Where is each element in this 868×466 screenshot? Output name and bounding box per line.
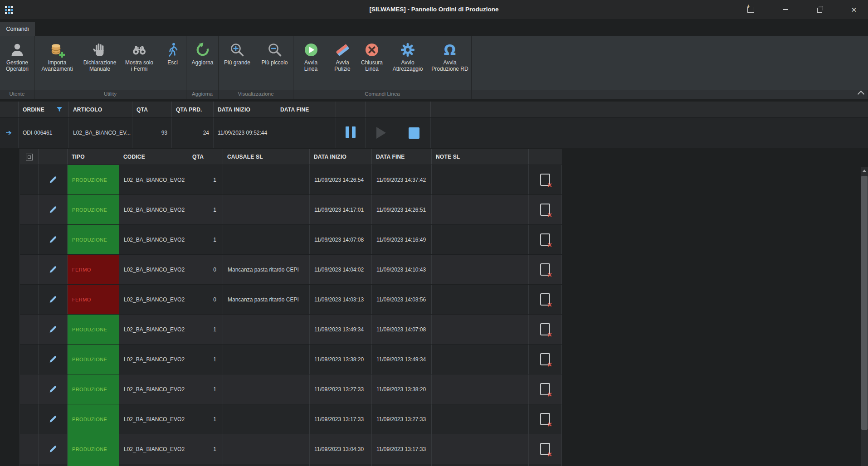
table-row[interactable]: PRODUZIONE L02_BA_BIANCO_EVO2 1 11/09/20…	[20, 434, 562, 464]
column-header-data-fine-sl[interactable]: DATA FINE	[372, 149, 432, 165]
gestione-operatori-button[interactable]: GestioneOperatori	[0, 36, 34, 90]
importa-avanzamenti-button[interactable]: ImportaAvanzamenti	[34, 36, 80, 90]
note-sl-cell	[432, 165, 529, 194]
delete-icon: ×	[540, 353, 550, 365]
table-row[interactable]: PRODUZIONE L02_BA_BIANCO_EVO2 1 11/09/20…	[20, 344, 562, 374]
scrollbar-thumb[interactable]	[861, 176, 868, 430]
play-line-button[interactable]	[366, 118, 397, 148]
codice-cell: L02_BA_BIANCO_EVO2	[119, 255, 188, 284]
tipo-label: PRODUZIONE	[72, 237, 107, 243]
table-row[interactable]: PRODUZIONE L02_BA_BIANCO_EVO2 1 11/09/20…	[20, 224, 562, 254]
column-header-tipo[interactable]: TIPO	[68, 149, 119, 165]
note-sl-cell	[432, 225, 529, 254]
edit-row-button[interactable]	[39, 315, 68, 344]
avvia-pulizie-button[interactable]: AvviaPulizie	[328, 36, 356, 90]
edit-row-button[interactable]	[39, 195, 68, 224]
table-row[interactable]: FERMO L02_BA_BIANCO_EVO2 0 Mancanza past…	[20, 284, 562, 314]
pencil-icon	[48, 295, 58, 304]
edit-row-button[interactable]	[39, 345, 68, 374]
esci-button[interactable]: Esci	[159, 36, 186, 90]
vertical-scrollbar[interactable]	[861, 167, 868, 466]
edit-row-button[interactable]	[39, 434, 68, 464]
column-header-data-inizio-sl[interactable]: DATA INIZIO	[310, 149, 372, 165]
scroll-up-icon[interactable]	[861, 167, 868, 174]
qta-cell: 1	[188, 195, 223, 224]
data-fine-cell: 11/09/2023 14:26:51	[372, 195, 432, 224]
restore-icon[interactable]	[814, 0, 827, 19]
edit-row-button[interactable]	[39, 285, 68, 314]
edit-row-button[interactable]	[39, 464, 68, 466]
pencil-icon	[48, 325, 58, 334]
collapse-all-icon[interactable]	[26, 154, 33, 160]
add-window-icon[interactable]	[744, 0, 757, 19]
delete-row-button[interactable]: ×	[529, 345, 562, 374]
column-header-qta-sl[interactable]: QTA	[188, 149, 223, 165]
table-row[interactable]: PRODUZIONE L02_BA_BIANCO_EVO2 1 11/09/20…	[20, 314, 562, 344]
table-row[interactable]: PRODUZIONE L02_BA_BIANCO_EVO2 1 11/09/20…	[20, 165, 562, 194]
edit-row-button[interactable]	[39, 404, 68, 434]
delete-row-button[interactable]: ×	[529, 285, 562, 314]
column-header-data-fine[interactable]: DATA FINE	[276, 102, 336, 117]
avvia-produzione-rd-button[interactable]: ΩAvviaProduzione RD	[428, 36, 472, 90]
pause-line-button[interactable]	[336, 118, 366, 148]
causale-sl-cell: Mancanza pasta ritardo CEPI	[223, 285, 310, 314]
column-header-qta-prd[interactable]: QTA PRD.	[172, 102, 214, 117]
delete-row-button[interactable]: ×	[529, 225, 562, 254]
avvio-attrezzaggio-button[interactable]: AvvioAttrezzaggio	[387, 36, 428, 90]
column-header-qta[interactable]: QTA	[132, 102, 172, 117]
ribbon-filler	[472, 36, 868, 99]
delete-row-button[interactable]: ×	[529, 165, 562, 194]
avvia-linea-button[interactable]: AvviaLinea	[293, 36, 328, 90]
dichiarazione-manuale-button[interactable]: DichiarazioneManuale	[80, 36, 120, 90]
column-header-articolo[interactable]: ARTICOLO	[69, 102, 132, 117]
delete-row-button[interactable]: ×	[529, 315, 562, 344]
column-header-note-sl[interactable]: NOTE SL	[432, 149, 529, 165]
table-row[interactable]: FERMO L02_BA_BIANCO_EVO2 0 Mancanza past…	[20, 254, 562, 284]
table-row[interactable]: PRODUZIONE L02_BA_BIANCO_EVO2 1 11/09/20…	[20, 374, 562, 404]
tab-comandi[interactable]: Comandi	[0, 22, 35, 36]
row-indicator-cell	[0, 118, 19, 148]
aggiorna-button[interactable]: Aggiorna	[186, 36, 219, 90]
delete-row-button[interactable]: ×	[529, 195, 562, 224]
data-fine-cell	[372, 464, 432, 466]
delete-row-button[interactable]: ×	[529, 404, 562, 434]
data-inizio-cell: 11/09/2023 14:04:02	[310, 255, 372, 284]
data-inizio-cell: 11/09/2023 14:26:54	[310, 165, 372, 194]
app-window: [SILWAMES] - Pannello Ordini di Produzio…	[0, 0, 868, 466]
causale-sl-cell	[223, 165, 310, 194]
delete-row-button[interactable]: ×	[529, 464, 562, 466]
delete-icon: ×	[540, 263, 550, 276]
edit-row-button[interactable]	[39, 374, 68, 404]
column-header-ordine[interactable]: ORDINE	[19, 102, 69, 117]
table-row[interactable]: PRODUZIONE ×	[20, 464, 562, 466]
filter-funnel-icon[interactable]	[57, 107, 62, 113]
data-inizio-cell: 11/09/2023 13:27:33	[310, 374, 372, 404]
close-icon[interactable]: ✕	[847, 0, 861, 19]
piu-grande-button[interactable]: Più grande	[219, 36, 256, 90]
edit-row-button[interactable]	[39, 165, 68, 194]
table-row[interactable]: PRODUZIONE L02_BA_BIANCO_EVO2 1 11/09/20…	[20, 194, 562, 224]
delete-row-button[interactable]: ×	[529, 255, 562, 284]
stop-line-button[interactable]	[397, 118, 431, 148]
column-header-label: ORDINE	[23, 107, 44, 113]
data-fine-cell: 11/09/2023 13:17:33	[372, 434, 432, 464]
tipo-cell: PRODUZIONE	[68, 374, 119, 404]
column-header-causale-sl[interactable]: CAUSALE SL	[223, 149, 310, 165]
collapse-all-header[interactable]	[20, 149, 39, 165]
delete-row-button[interactable]: ×	[529, 374, 562, 404]
piu-piccolo-button[interactable]: Più piccolo	[256, 36, 293, 90]
edit-row-button[interactable]	[39, 225, 68, 254]
ribbon-button-label: DichiarazioneManuale	[83, 60, 117, 72]
chiusura-linea-button[interactable]: ChiusuraLinea	[356, 36, 387, 90]
table-row[interactable]: PRODUZIONE L02_BA_BIANCO_EVO2 1 11/09/20…	[20, 404, 562, 434]
column-header-data-inizio[interactable]: DATA INIZIO	[214, 102, 276, 117]
pencil-icon	[48, 265, 58, 274]
ribbon-button-label: AvvioAttrezzaggio	[393, 60, 423, 72]
edit-row-button[interactable]	[39, 255, 68, 284]
column-header-codice[interactable]: CODICE	[119, 149, 188, 165]
cell-ordine: ODI-006461	[19, 118, 69, 148]
mostra-solo-i-fermi-button[interactable]: Mostra soloi Fermi	[120, 36, 159, 90]
order-row[interactable]: ODI-006461 L02_BA_BIANCO_EV... 93 24 11/…	[0, 117, 868, 148]
minimize-icon[interactable]	[779, 0, 792, 19]
delete-row-button[interactable]: ×	[529, 434, 562, 464]
